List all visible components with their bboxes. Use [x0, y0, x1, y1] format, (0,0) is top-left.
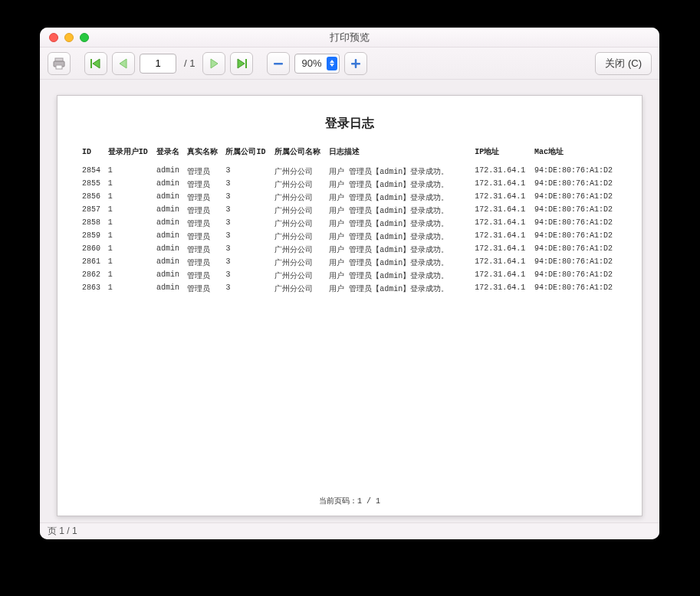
- report-footer: 当前页码：1 / 1: [79, 490, 620, 506]
- cell-id: 2862: [79, 269, 105, 282]
- table-row: 28621admin管理员3广州分公司用户 管理员【admin】登录成功。172…: [79, 269, 620, 282]
- cell-ip: 172.31.64.1: [472, 282, 531, 295]
- cell-login: admin: [153, 165, 184, 178]
- cell-desc: 用户 管理员【admin】登录成功。: [326, 269, 472, 282]
- cell-mac: 94:DE:80:76:A1:D2: [531, 204, 620, 217]
- cell-realname: 管理员: [184, 191, 223, 204]
- cell-company_name: 广州分公司: [271, 191, 327, 204]
- cell-user_id: 1: [105, 269, 153, 282]
- prev-page-icon: [117, 57, 130, 70]
- cell-mac: 94:DE:80:76:A1:D2: [531, 243, 620, 256]
- prev-page-button[interactable]: [112, 52, 135, 75]
- cell-id: 2859: [79, 230, 105, 243]
- cell-desc: 用户 管理员【admin】登录成功。: [326, 178, 472, 191]
- cell-user_id: 1: [105, 204, 153, 217]
- svg-marker-6: [211, 59, 218, 68]
- next-page-button[interactable]: [202, 52, 225, 75]
- cell-realname: 管理员: [184, 178, 223, 191]
- cell-mac: 94:DE:80:76:A1:D2: [531, 217, 620, 230]
- cell-id: 2857: [79, 204, 105, 217]
- cell-id: 2858: [79, 217, 105, 230]
- cell-ip: 172.31.64.1: [472, 191, 531, 204]
- zoom-window-button[interactable]: [80, 33, 89, 42]
- cell-desc: 用户 管理员【admin】登录成功。: [326, 217, 472, 230]
- next-page-icon: [207, 57, 221, 70]
- svg-rect-1: [54, 61, 64, 67]
- col-company-id: 所属公司ID: [222, 144, 271, 165]
- cell-user_id: 1: [105, 165, 153, 178]
- first-page-button[interactable]: [84, 52, 107, 75]
- table-row: 28611admin管理员3广州分公司用户 管理员【admin】登录成功。172…: [79, 256, 620, 269]
- cell-mac: 94:DE:80:76:A1:D2: [531, 256, 620, 269]
- col-realname: 真实名称: [184, 144, 223, 165]
- cell-company_id: 3: [222, 243, 271, 256]
- cell-mac: 94:DE:80:76:A1:D2: [531, 230, 620, 243]
- cell-desc: 用户 管理员【admin】登录成功。: [326, 243, 472, 256]
- table-row: 28631admin管理员3广州分公司用户 管理员【admin】登录成功。172…: [79, 282, 620, 295]
- table-row: 28551admin管理员3广州分公司用户 管理员【admin】登录成功。172…: [79, 178, 620, 191]
- cell-company_id: 3: [222, 165, 271, 178]
- svg-rect-2: [56, 65, 62, 69]
- cell-ip: 172.31.64.1: [472, 204, 531, 217]
- table-row: 28561admin管理员3广州分公司用户 管理员【admin】登录成功。172…: [79, 191, 620, 204]
- cell-ip: 172.31.64.1: [472, 256, 531, 269]
- page-number-input[interactable]: [140, 54, 176, 74]
- cell-id: 2861: [79, 256, 105, 269]
- cell-id: 2856: [79, 191, 105, 204]
- cell-mac: 94:DE:80:76:A1:D2: [531, 191, 620, 204]
- preview-page: 登录日志 ID 登录用户ID 登录名 真实名称 所属公司ID 所属公司名称 日志…: [57, 95, 642, 516]
- cell-realname: 管理员: [184, 204, 223, 217]
- printer-icon: [52, 57, 66, 70]
- cell-desc: 用户 管理员【admin】登录成功。: [326, 191, 472, 204]
- cell-login: admin: [153, 243, 184, 256]
- cell-ip: 172.31.64.1: [472, 178, 531, 191]
- last-page-button[interactable]: [230, 52, 253, 75]
- cell-ip: 172.31.64.1: [472, 165, 531, 178]
- close-preview-button[interactable]: 关闭 (C): [595, 52, 652, 75]
- report-title: 登录日志: [79, 116, 620, 132]
- zoom-level-value: 90%: [301, 57, 321, 69]
- cell-user_id: 1: [105, 230, 153, 243]
- cell-login: admin: [153, 204, 184, 217]
- cell-company_id: 3: [222, 269, 271, 282]
- zoom-in-button[interactable]: [344, 52, 367, 75]
- cell-desc: 用户 管理员【admin】登录成功。: [326, 204, 472, 217]
- minus-icon: [271, 57, 285, 70]
- svg-rect-10: [351, 63, 360, 65]
- cell-company_id: 3: [222, 230, 271, 243]
- cell-login: admin: [153, 256, 184, 269]
- cell-company_name: 广州分公司: [271, 282, 327, 295]
- cell-desc: 用户 管理员【admin】登录成功。: [326, 230, 472, 243]
- cell-user_id: 1: [105, 243, 153, 256]
- svg-marker-4: [93, 59, 100, 68]
- cell-user_id: 1: [105, 191, 153, 204]
- minimize-window-button[interactable]: [64, 33, 74, 42]
- zoom-level-select[interactable]: 90%: [294, 54, 339, 74]
- cell-company_name: 广州分公司: [271, 256, 327, 269]
- cell-desc: 用户 管理员【admin】登录成功。: [326, 256, 472, 269]
- table-row: 28541admin管理员3广州分公司用户 管理员【admin】登录成功。172…: [79, 165, 620, 178]
- toolbar: / 1 90%: [40, 47, 659, 80]
- cell-realname: 管理员: [184, 282, 223, 295]
- window-title: 打印预览: [40, 31, 659, 44]
- svg-rect-3: [90, 59, 92, 68]
- cell-company_name: 广州分公司: [271, 178, 327, 191]
- zoom-out-button[interactable]: [267, 52, 290, 75]
- col-desc: 日志描述: [326, 144, 472, 165]
- cell-ip: 172.31.64.1: [472, 243, 531, 256]
- statusbar: 页 1 / 1: [40, 522, 659, 539]
- select-stepper-icon: [327, 57, 337, 70]
- svg-rect-0: [55, 58, 63, 61]
- cell-company_id: 3: [222, 256, 271, 269]
- cell-company_name: 广州分公司: [271, 243, 327, 256]
- close-window-button[interactable]: [49, 33, 58, 42]
- cell-user_id: 1: [105, 217, 153, 230]
- cell-realname: 管理员: [184, 230, 223, 243]
- print-button[interactable]: [48, 52, 71, 75]
- report-table: ID 登录用户ID 登录名 真实名称 所属公司ID 所属公司名称 日志描述 IP…: [79, 144, 620, 295]
- cell-company_id: 3: [222, 204, 271, 217]
- col-user-id: 登录用户ID: [105, 144, 153, 165]
- document-area[interactable]: 登录日志 ID 登录用户ID 登录名 真实名称 所属公司ID 所属公司名称 日志…: [40, 80, 659, 522]
- cell-company_name: 广州分公司: [271, 217, 327, 230]
- cell-mac: 94:DE:80:76:A1:D2: [531, 178, 620, 191]
